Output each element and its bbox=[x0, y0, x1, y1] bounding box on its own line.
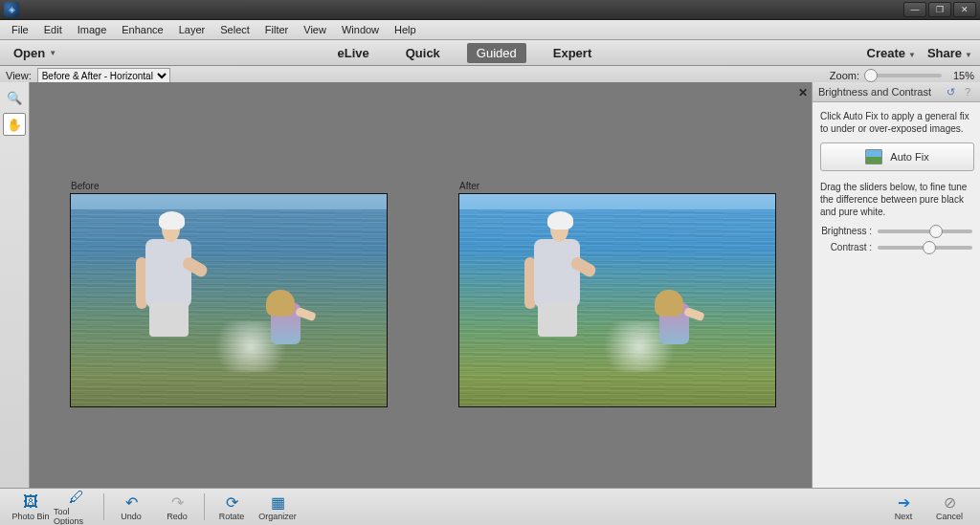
mode-elive[interactable]: eLive bbox=[327, 43, 378, 63]
mode-quick[interactable]: Quick bbox=[396, 43, 450, 63]
footer-bar: 🖼Photo Bin 🖊Tool Options ↶Undo ↷Redo ⟳Ro… bbox=[0, 488, 980, 525]
zoom-value: 15% bbox=[947, 70, 974, 81]
menu-file[interactable]: File bbox=[4, 20, 36, 39]
panel-desc: Drag the sliders below, to fine tune the… bbox=[820, 181, 972, 218]
before-image: Before bbox=[70, 193, 388, 407]
before-label: Before bbox=[71, 181, 99, 191]
share-button[interactable]: Share▼ bbox=[927, 46, 972, 60]
menu-enhance[interactable]: Enhance bbox=[114, 20, 170, 39]
organizer-button[interactable]: ▦Organizer bbox=[255, 492, 301, 521]
panel-title: Brightness and Contrast bbox=[818, 86, 931, 98]
view-dropdown[interactable]: Before & After - Horizontal bbox=[37, 68, 170, 83]
create-button[interactable]: Create▼ bbox=[867, 46, 916, 60]
minimize-button[interactable]: — bbox=[903, 2, 926, 17]
menu-window[interactable]: Window bbox=[334, 20, 387, 39]
menu-edit[interactable]: Edit bbox=[36, 20, 70, 39]
undo-button[interactable]: ↶Undo bbox=[108, 492, 154, 521]
auto-fix-button[interactable]: Auto Fix bbox=[820, 142, 974, 171]
hand-tool[interactable]: ✋ bbox=[3, 113, 26, 136]
contrast-label: Contrast : bbox=[820, 242, 872, 252]
menubar: FileEditImageEnhanceLayerSelectFilterVie… bbox=[0, 20, 980, 40]
caret-down-icon: ▼ bbox=[908, 51, 916, 59]
separator bbox=[204, 493, 205, 520]
menu-view[interactable]: View bbox=[296, 20, 334, 39]
redo-button[interactable]: ↷Redo bbox=[154, 492, 200, 521]
zoom-slider[interactable] bbox=[865, 74, 942, 77]
right-panel: Brightness and Contrast ↺ ? Click Auto F… bbox=[812, 82, 980, 489]
organizer-icon: ▦ bbox=[271, 492, 285, 512]
zoom-thumb[interactable] bbox=[864, 69, 878, 82]
redo-icon: ↷ bbox=[171, 492, 184, 512]
tool-options-button[interactable]: 🖊Tool Options bbox=[54, 488, 100, 525]
app-logo-icon: ◈ bbox=[4, 2, 19, 17]
menu-image[interactable]: Image bbox=[70, 20, 115, 39]
panel-tip: Click Auto Fix to apply a general fix to… bbox=[820, 110, 972, 135]
hand-icon: ✋ bbox=[7, 118, 22, 132]
photo-bin-icon: 🖼 bbox=[23, 492, 38, 512]
canvas-area: ✕ Before After bbox=[30, 82, 812, 489]
panel-header: Brightness and Contrast ↺ ? bbox=[813, 82, 980, 102]
close-window-button[interactable]: ✕ bbox=[953, 2, 976, 17]
rotate-icon: ⟳ bbox=[226, 492, 238, 512]
undo-icon: ↶ bbox=[125, 492, 138, 512]
after-image: After bbox=[458, 193, 776, 407]
menu-help[interactable]: Help bbox=[387, 20, 424, 39]
help-icon[interactable]: ? bbox=[961, 85, 974, 98]
caret-down-icon: ▼ bbox=[49, 49, 56, 57]
cancel-button[interactable]: ⊘Cancel bbox=[926, 492, 972, 521]
modebar: Open ▼ eLiveQuickGuidedExpert Create▼ Sh… bbox=[0, 40, 980, 66]
view-label: View: bbox=[6, 70, 32, 81]
contrast-slider[interactable] bbox=[878, 246, 972, 250]
next-button[interactable]: ➔Next bbox=[880, 492, 926, 521]
cancel-icon: ⊘ bbox=[944, 492, 956, 512]
menu-select[interactable]: Select bbox=[212, 20, 257, 39]
mode-expert[interactable]: Expert bbox=[544, 43, 601, 63]
caret-down-icon: ▼ bbox=[965, 51, 972, 59]
photo-bin-button[interactable]: 🖼Photo Bin bbox=[8, 492, 54, 521]
arrow-right-icon: ➔ bbox=[898, 492, 910, 512]
zoom-label: Zoom: bbox=[830, 70, 859, 81]
brightness-label: Brightness : bbox=[820, 226, 872, 236]
separator bbox=[103, 493, 104, 520]
magnifier-icon: 🔍 bbox=[7, 91, 22, 105]
contrast-thumb[interactable] bbox=[923, 241, 936, 254]
brightness-thumb[interactable] bbox=[929, 225, 943, 238]
window-titlebar: ◈ — ❐ ✕ bbox=[0, 0, 980, 20]
open-label: Open bbox=[13, 46, 45, 60]
after-label: After bbox=[459, 181, 479, 191]
tool-strip: 🔍 ✋ bbox=[0, 82, 30, 489]
zoom-tool[interactable]: 🔍 bbox=[3, 86, 26, 109]
auto-fix-icon bbox=[865, 149, 882, 164]
open-button[interactable]: Open ▼ bbox=[8, 46, 62, 60]
maximize-button[interactable]: ❐ bbox=[928, 2, 951, 17]
reset-icon[interactable]: ↺ bbox=[944, 85, 957, 98]
tool-options-icon: 🖊 bbox=[69, 488, 84, 507]
menu-layer[interactable]: Layer bbox=[171, 20, 213, 39]
close-document-button[interactable]: ✕ bbox=[798, 86, 808, 99]
brightness-slider[interactable] bbox=[878, 230, 972, 233]
menu-filter[interactable]: Filter bbox=[257, 20, 296, 39]
rotate-button[interactable]: ⟳Rotate bbox=[209, 492, 255, 521]
mode-guided[interactable]: Guided bbox=[467, 43, 526, 63]
